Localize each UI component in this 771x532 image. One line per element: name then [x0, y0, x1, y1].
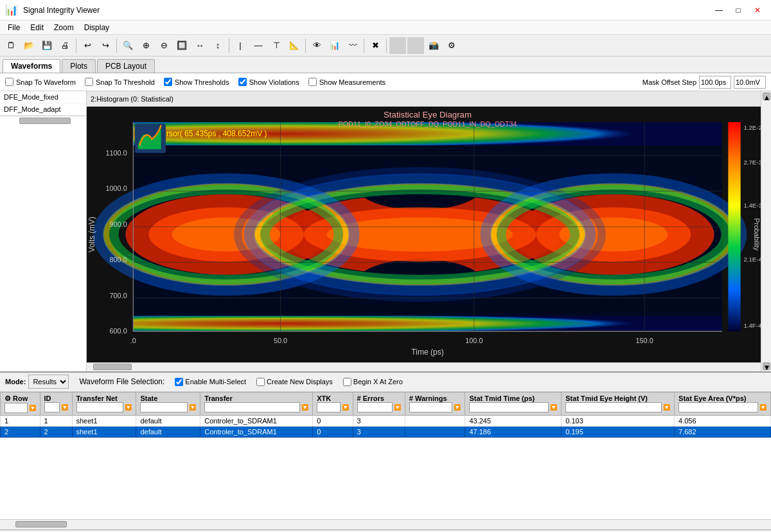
- id-filter: 🔽: [44, 402, 68, 412]
- show-measurements-option: Show Measurements: [308, 78, 386, 86]
- th-stat-tmid-time: Stat Tmid Time (ps) 🔽: [465, 392, 562, 415]
- xtk-filter-input[interactable]: [317, 402, 340, 412]
- tb-gray2[interactable]: [407, 37, 424, 54]
- mask-step-input[interactable]: [734, 76, 766, 89]
- begin-x-at-zero-checkbox[interactable]: [343, 378, 351, 386]
- row-filter: 🔽: [4, 403, 36, 413]
- menu-file[interactable]: File: [3, 22, 25, 33]
- cell-transfer_net: sheet1: [72, 415, 136, 426]
- tb-zoom-x[interactable]: ↔: [191, 37, 208, 54]
- tab-plots[interactable]: Plots: [62, 59, 96, 73]
- bottom-toolbar: Mode: Results Waveform File Selection: E…: [0, 373, 771, 392]
- table-row[interactable]: 22sheet1defaultControler_to_SDRAM10347.1…: [1, 426, 771, 437]
- xtk-filter-icon[interactable]: 🔽: [342, 404, 349, 411]
- close-button[interactable]: ✕: [749, 4, 766, 17]
- left-scroll-thumb[interactable]: [19, 118, 71, 124]
- scroll-down-button[interactable]: ▼: [763, 362, 770, 370]
- row-filter-input[interactable]: [4, 403, 28, 413]
- warnings-filter-input[interactable]: [409, 402, 453, 412]
- mask-offset-label: Mask Offset Step: [642, 78, 696, 86]
- bottom-hscroll[interactable]: [0, 519, 771, 529]
- create-new-displays-checkbox[interactable]: [256, 378, 265, 386]
- transfer-net-filter-input[interactable]: [76, 402, 124, 412]
- tb-zoom-full[interactable]: 🔍: [120, 37, 136, 54]
- cell-stat_eye_area: 7.682: [675, 426, 771, 437]
- transfer-filter-icon[interactable]: 🔽: [301, 404, 308, 411]
- snap-to-waveform-checkbox[interactable]: [5, 78, 13, 86]
- svg-text:1000.0: 1000.0: [106, 184, 127, 192]
- tb-undo[interactable]: ↩: [79, 37, 96, 54]
- table-container[interactable]: ⚙ Row 🔽 ID: [0, 392, 771, 519]
- waveform-item-dff-adapt[interactable]: DFF_Mode_adapt: [0, 103, 86, 116]
- tb-bar[interactable]: 📊: [326, 37, 343, 54]
- mode-select[interactable]: Results: [28, 375, 69, 389]
- tb-print[interactable]: 🖨: [57, 37, 73, 54]
- tb-eye[interactable]: 👁: [308, 37, 325, 54]
- svg-text:1.2E-2: 1.2E-2: [743, 124, 761, 131]
- tb-open[interactable]: 📂: [21, 37, 37, 54]
- menu-display[interactable]: Display: [79, 22, 114, 33]
- errors-filter-input[interactable]: [357, 402, 393, 412]
- tab-pcb-layout[interactable]: PCB Layout: [97, 59, 155, 73]
- row-filter-icon[interactable]: 🔽: [29, 405, 36, 411]
- menubar: File Edit Zoom Display: [0, 21, 771, 35]
- tb-zoom-out[interactable]: ⊖: [155, 37, 172, 54]
- transfer-net-filter-icon[interactable]: 🔽: [125, 404, 132, 411]
- stat-tmid-eye-height-filter-icon[interactable]: 🔽: [663, 404, 670, 411]
- stat-tmid-time-filter-input[interactable]: [469, 402, 549, 412]
- show-violations-checkbox[interactable]: [238, 78, 247, 86]
- tb-measure[interactable]: 📐: [286, 37, 303, 54]
- stat-eye-area-filter-icon[interactable]: 🔽: [759, 404, 767, 411]
- tb-gray1[interactable]: [389, 37, 406, 54]
- id-filter-icon[interactable]: 🔽: [61, 404, 68, 411]
- show-measurements-checkbox[interactable]: [308, 78, 317, 86]
- tb-snapshot[interactable]: 📸: [425, 37, 442, 54]
- state-filter-icon[interactable]: 🔽: [189, 404, 196, 411]
- svg-text:2.1E-4: 2.1E-4: [743, 256, 761, 263]
- maximize-button[interactable]: □: [730, 4, 747, 17]
- snap-to-threshold-checkbox[interactable]: [85, 78, 93, 86]
- waveform-item-dfe-fixed[interactable]: DFE_Mode_fixed: [0, 91, 86, 103]
- tb-v-marker[interactable]: —: [250, 37, 267, 54]
- stat-eye-area-filter-input[interactable]: [678, 402, 758, 412]
- th-warnings: # Warnings 🔽: [405, 392, 465, 415]
- tb-save[interactable]: 💾: [39, 37, 55, 54]
- scroll-up-button[interactable]: ▲: [763, 93, 770, 100]
- plot-content[interactable]: 600.0 700.0 800.0 900.0 1000.0 1100.0 .0…: [87, 107, 761, 362]
- tab-waveforms[interactable]: Waveforms: [3, 59, 60, 73]
- enable-multi-select-checkbox[interactable]: [175, 378, 183, 386]
- cell-errors: 3: [353, 415, 405, 426]
- tb-delete[interactable]: ✖: [367, 37, 384, 54]
- warnings-filter-icon[interactable]: 🔽: [454, 404, 461, 411]
- tb-redo[interactable]: ↪: [97, 37, 114, 54]
- bottom-scroll-thumb[interactable]: [15, 521, 67, 528]
- cell-warnings: [405, 415, 465, 426]
- minimize-button[interactable]: —: [711, 4, 727, 17]
- tb-zoom-y[interactable]: ↕: [209, 37, 226, 54]
- menu-edit[interactable]: Edit: [25, 22, 49, 33]
- plot-scroll-thumb[interactable]: [93, 364, 132, 370]
- id-filter-input[interactable]: [44, 402, 60, 412]
- th-stat-tmid-eye-height: Stat Tmid Eye Height (V) 🔽: [562, 392, 675, 415]
- table-row[interactable]: 11sheet1defaultControler_to_SDRAM10343.2…: [1, 415, 771, 426]
- right-scrollbar[interactable]: ▲ ▼: [761, 91, 771, 371]
- show-violations-option: Show Violations: [238, 78, 299, 86]
- plot-hscroll[interactable]: [87, 362, 761, 371]
- tb-new[interactable]: 🗒: [3, 37, 19, 54]
- errors-filter-icon[interactable]: 🔽: [394, 404, 401, 411]
- tb-settings[interactable]: ⚙: [443, 37, 460, 54]
- state-filter-input[interactable]: [140, 402, 188, 412]
- transfer-filter-input[interactable]: [204, 402, 300, 412]
- stat-tmid-time-filter: 🔽: [469, 402, 557, 412]
- mask-offset-input[interactable]: [699, 76, 731, 89]
- menu-zoom[interactable]: Zoom: [49, 22, 79, 33]
- tb-h-marker[interactable]: |: [232, 37, 249, 54]
- tb-cursor[interactable]: ⊤: [268, 37, 285, 54]
- tb-zoom-box[interactable]: 🔲: [173, 37, 190, 54]
- tb-zoom-in[interactable]: ⊕: [137, 37, 154, 54]
- show-thresholds-checkbox[interactable]: [164, 78, 172, 86]
- stat-tmid-eye-height-filter-input[interactable]: [565, 402, 662, 412]
- stat-tmid-time-filter-icon[interactable]: 🔽: [550, 404, 557, 411]
- scroll-track: [761, 102, 771, 361]
- tb-wave[interactable]: 〰: [344, 37, 361, 54]
